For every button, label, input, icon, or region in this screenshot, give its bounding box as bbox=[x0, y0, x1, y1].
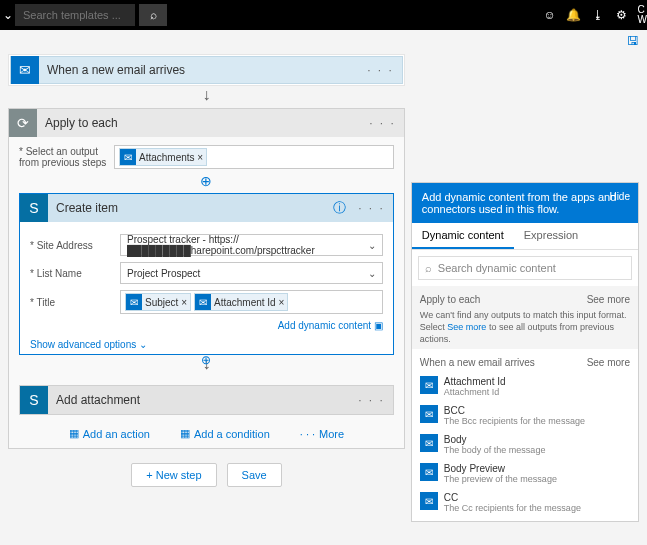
section-apply: Apply to each bbox=[420, 294, 481, 305]
create-item-card: S Create item ⓘ · · · Site Address Prosp… bbox=[19, 193, 394, 355]
advanced-options[interactable]: Show advanced options bbox=[30, 339, 383, 350]
trigger-card[interactable]: ✉ When a new email arrives · · · bbox=[8, 54, 405, 86]
outlook-token-icon: ✉ bbox=[120, 149, 136, 165]
loop-actions: ▦ Add an action ▦ Add a condition · · · … bbox=[19, 427, 394, 440]
output-label: Select an output from previous steps bbox=[19, 146, 114, 168]
list-label: List Name bbox=[30, 268, 120, 279]
new-step-button[interactable]: + New step bbox=[131, 463, 216, 487]
save-diskette-icon[interactable]: 🖫 bbox=[627, 34, 639, 48]
apply-title: Apply to each bbox=[37, 116, 361, 130]
outlook-icon: ✉ bbox=[420, 434, 438, 452]
chevron-down-icon bbox=[368, 268, 376, 279]
outlook-token-icon: ✉ bbox=[126, 294, 142, 310]
outlook-icon: ✉ bbox=[420, 405, 438, 423]
apply-header[interactable]: ⟳ Apply to each · · · bbox=[9, 109, 404, 137]
attachment-menu[interactable]: · · · bbox=[350, 393, 393, 407]
attachmentid-token[interactable]: ✉Attachment Id × bbox=[194, 293, 288, 311]
site-label: Site Address bbox=[30, 240, 120, 251]
flow-arrow: ↓ bbox=[8, 86, 405, 108]
title-field[interactable]: ✉Subject × ✉Attachment Id × bbox=[120, 290, 383, 314]
title-label: Title bbox=[30, 297, 120, 308]
see-more-inline[interactable]: See more bbox=[447, 322, 486, 332]
dynamic-content-item[interactable]: ✉Body PreviewThe preview of the message bbox=[420, 459, 630, 488]
add-attachment-card[interactable]: S Add attachment · · · bbox=[19, 385, 394, 415]
sharepoint-icon: S bbox=[20, 386, 48, 414]
hide-button[interactable]: Hide bbox=[609, 191, 630, 202]
dynamic-content-item[interactable]: ✉ContentAttachment content bbox=[420, 517, 630, 521]
add-action-button[interactable]: ▦ Add an action bbox=[69, 427, 150, 440]
add-dynamic-link[interactable]: Add dynamic content ▣ bbox=[30, 320, 383, 331]
search-button[interactable] bbox=[139, 4, 167, 26]
output-field[interactable]: ✉ Attachments × bbox=[114, 145, 394, 169]
chevron-down-icon bbox=[368, 240, 376, 251]
trigger-menu[interactable]: · · · bbox=[359, 63, 402, 77]
dynamic-content-item[interactable]: ✉CCThe Cc recipients for the message bbox=[420, 488, 630, 517]
subbar: 🖫 bbox=[0, 30, 647, 52]
create-title: Create item bbox=[48, 201, 329, 215]
add-inside-loop-top[interactable]: ⊕ bbox=[19, 173, 394, 189]
tab-expression[interactable]: Expression bbox=[514, 223, 588, 249]
outlook-icon: ✉ bbox=[420, 376, 438, 394]
add-condition-button[interactable]: ▦ Add a condition bbox=[180, 427, 270, 440]
see-more-link[interactable]: See more bbox=[587, 357, 630, 368]
outlook-icon: ✉ bbox=[11, 56, 39, 84]
create-menu[interactable]: · · · bbox=[350, 201, 393, 215]
loop-icon: ⟳ bbox=[9, 109, 37, 137]
see-more-link[interactable]: See more bbox=[587, 294, 630, 305]
add-attachment-title: Add attachment bbox=[48, 393, 350, 407]
search-container bbox=[15, 4, 167, 26]
chevron-down-icon bbox=[139, 339, 147, 350]
outlook-icon: ✉ bbox=[420, 492, 438, 510]
info-icon[interactable]: ⓘ bbox=[329, 199, 350, 217]
search-input[interactable] bbox=[15, 4, 135, 26]
flow-arrow: ⊕ ↓ bbox=[19, 355, 394, 377]
outlook-token-icon: ✉ bbox=[195, 294, 211, 310]
add-step-plus[interactable]: ⊕ bbox=[201, 353, 211, 367]
search-icon bbox=[150, 8, 157, 22]
trigger-title: When a new email arrives bbox=[39, 63, 359, 77]
section-note: We can't find any outputs to match this … bbox=[420, 309, 630, 345]
download-icon[interactable]: ⭳ bbox=[586, 8, 610, 22]
dynamic-content-item[interactable]: ✉Attachment IdAttachment Id bbox=[420, 372, 630, 401]
dynamic-content-item[interactable]: ✉BCCThe Bcc recipients for the message bbox=[420, 401, 630, 430]
create-header[interactable]: S Create item ⓘ · · · bbox=[20, 194, 393, 222]
outlook-icon: ✉ bbox=[420, 463, 438, 481]
settings-icon[interactable]: ⚙ bbox=[610, 8, 634, 22]
dyn-tabs: Dynamic content Expression bbox=[412, 223, 638, 250]
more-button[interactable]: · · · More bbox=[300, 428, 344, 440]
dynamic-content-panel: Add dynamic content from the apps and co… bbox=[411, 182, 639, 522]
search-icon bbox=[425, 262, 432, 274]
list-name-select[interactable]: Project Prospect bbox=[120, 262, 383, 284]
apply-to-each-card: ⟳ Apply to each · · · Select an output f… bbox=[8, 108, 405, 449]
topbar: ⌄ ☺ 🔔 ⭳ ⚙ C W bbox=[0, 0, 647, 30]
section-trigger: When a new email arrives bbox=[420, 357, 535, 368]
sharepoint-icon: S bbox=[20, 194, 48, 222]
apply-menu[interactable]: · · · bbox=[361, 116, 404, 130]
dynamic-content-item[interactable]: ✉BodyThe body of the message bbox=[420, 430, 630, 459]
site-address-select[interactable]: Prospect tracker - https://█████████hare… bbox=[120, 234, 383, 256]
dyn-header: Add dynamic content from the apps and co… bbox=[412, 183, 638, 223]
user-badge[interactable]: C W bbox=[634, 5, 647, 25]
save-button[interactable]: Save bbox=[227, 463, 282, 487]
notification-icon[interactable]: 🔔 bbox=[562, 8, 586, 22]
nav-dropdown[interactable]: ⌄ bbox=[0, 8, 15, 22]
subject-token[interactable]: ✉Subject × bbox=[125, 293, 191, 311]
bottom-buttons: + New step Save bbox=[8, 463, 405, 487]
dyn-search[interactable]: Search dynamic content bbox=[418, 256, 632, 280]
feedback-icon[interactable]: ☺ bbox=[538, 8, 562, 22]
attachments-token[interactable]: ✉ Attachments × bbox=[119, 148, 207, 166]
tab-dynamic-content[interactable]: Dynamic content bbox=[412, 223, 514, 249]
dyn-scroll[interactable]: Apply to eachSee more We can't find any … bbox=[412, 286, 638, 521]
